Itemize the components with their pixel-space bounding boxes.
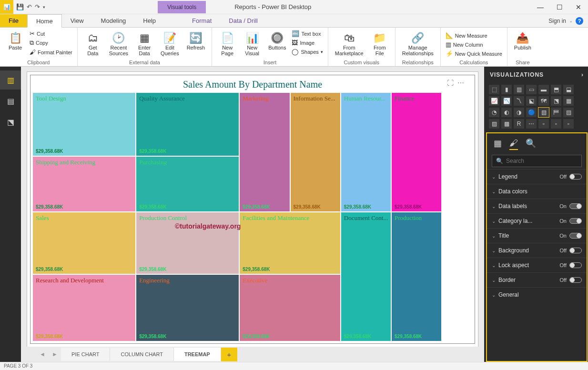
save-icon[interactable]: 💾 bbox=[16, 3, 24, 10]
chevron-right-icon[interactable]: › bbox=[581, 71, 584, 78]
tab-home[interactable]: Home bbox=[27, 14, 62, 28]
treemap-cell[interactable]: Sales$29,358.68K bbox=[32, 212, 136, 274]
viz-type-26[interactable]: ▫ bbox=[551, 119, 561, 129]
format-row-general[interactable]: ⌄General bbox=[487, 287, 587, 302]
viz-type-23[interactable]: R bbox=[514, 119, 524, 129]
format-row-legend[interactable]: ⌄LegendOff bbox=[487, 169, 587, 184]
viz-type-9[interactable]: 〽 bbox=[514, 96, 524, 106]
format-row-title[interactable]: ⌄TitleOn bbox=[487, 228, 587, 243]
viz-type-5[interactable]: ⬒ bbox=[551, 85, 561, 94]
textbox-button[interactable]: 🔤Text box bbox=[291, 30, 324, 38]
search-input[interactable] bbox=[506, 158, 578, 164]
format-row-border[interactable]: ⌄BorderOff bbox=[487, 272, 587, 287]
shapes-button[interactable]: ◯Shapes ▾ bbox=[291, 48, 324, 56]
viz-type-25[interactable]: ▫ bbox=[538, 119, 549, 129]
maximize-icon[interactable]: ☐ bbox=[550, 3, 569, 11]
buttons-button[interactable]: 🔘Buttons bbox=[265, 30, 289, 52]
format-painter-button[interactable]: 🖌Format Painter bbox=[29, 48, 73, 56]
toggle[interactable] bbox=[569, 277, 582, 283]
toggle[interactable] bbox=[569, 174, 582, 180]
analytics-tab-icon[interactable]: 🔍 bbox=[526, 138, 536, 150]
viz-type-6[interactable]: ⬓ bbox=[563, 85, 574, 94]
visual-frame[interactable]: ⛶ ⋯ Sales Amount By Department Name Tool… bbox=[30, 75, 475, 344]
viz-type-16[interactable]: ◑ bbox=[514, 108, 524, 117]
page-tab-pie[interactable]: PIE CHART bbox=[61, 348, 110, 361]
viz-type-3[interactable]: ▭ bbox=[526, 85, 537, 94]
format-search[interactable]: 🔍 bbox=[492, 155, 582, 167]
viz-type-17[interactable]: 🔵 bbox=[526, 108, 537, 117]
treemap-cell[interactable]: Shipping and Receiving$29,358.68K bbox=[32, 156, 136, 212]
tab-help[interactable]: Help bbox=[134, 14, 164, 27]
viz-type-4[interactable]: ▬ bbox=[538, 85, 549, 94]
copy-button[interactable]: ⧉Copy bbox=[29, 39, 73, 47]
treemap-cell[interactable]: Research and Development$29,358.68K bbox=[32, 274, 136, 341]
undo-icon[interactable]: ↶ bbox=[27, 3, 32, 10]
viz-type-19[interactable]: ⛿ bbox=[551, 108, 561, 117]
get-data-button[interactable]: 🗂Get Data bbox=[81, 30, 104, 58]
treemap-cell[interactable]: Facilities and Maintenance$29,358.68K bbox=[239, 212, 341, 274]
from-file-button[interactable]: 📁From File bbox=[368, 30, 391, 58]
viz-type-12[interactable]: ⬔ bbox=[551, 96, 561, 106]
page-tab-treemap[interactable]: TREEMAP bbox=[174, 348, 221, 361]
help-icon[interactable]: ? bbox=[576, 17, 583, 25]
treemap-cell[interactable]: Marketing$29,358.68K bbox=[239, 92, 290, 212]
new-page-button[interactable]: 📄New Page bbox=[216, 30, 239, 58]
format-tab-icon[interactable]: 🖌 bbox=[509, 138, 518, 150]
toggle[interactable] bbox=[569, 218, 582, 224]
viz-type-13[interactable]: ▦ bbox=[563, 96, 574, 106]
image-button[interactable]: 🖼Image bbox=[291, 39, 324, 47]
tab-file[interactable]: File bbox=[0, 14, 27, 27]
viz-type-24[interactable]: ⋯ bbox=[526, 119, 537, 129]
new-quick-measure-button[interactable]: ⚡New Quick Measure bbox=[445, 50, 503, 58]
viz-type-15[interactable]: ◐ bbox=[501, 108, 512, 117]
treemap-cell[interactable]: Document Cont...$29,358.68K bbox=[341, 212, 391, 341]
viz-type-14[interactable]: ◔ bbox=[489, 108, 499, 117]
minimize-icon[interactable]: ― bbox=[531, 3, 550, 11]
format-row-background[interactable]: ⌄BackgroundOff bbox=[487, 243, 587, 258]
tab-format[interactable]: Format bbox=[183, 14, 220, 27]
toggle[interactable] bbox=[569, 262, 582, 268]
viz-type-0[interactable]: ⬚ bbox=[489, 85, 499, 94]
close-icon[interactable]: ✕ bbox=[569, 3, 588, 11]
format-row-datacolors[interactable]: ⌄Data colors bbox=[487, 184, 587, 199]
viz-type-8[interactable]: 📉 bbox=[501, 96, 512, 106]
format-row-datalabels[interactable]: ⌄Data labelsOn bbox=[487, 199, 587, 213]
treemap-cell[interactable]: Production$29,358.68K bbox=[391, 212, 442, 341]
from-marketplace-button[interactable]: 🛍From Marketplace bbox=[332, 30, 366, 58]
report-view-button[interactable]: ▥ bbox=[0, 70, 21, 90]
toggle[interactable] bbox=[569, 203, 582, 209]
visualizations-header[interactable]: VISUALIZATIONS › bbox=[484, 67, 588, 83]
publish-button[interactable]: 📤Publish bbox=[511, 30, 534, 52]
signin-chevron-icon[interactable]: ⌄ bbox=[569, 18, 573, 23]
viz-type-27[interactable]: ▫ bbox=[563, 119, 574, 129]
viz-type-10[interactable]: ⬕ bbox=[526, 96, 537, 106]
toggle[interactable] bbox=[569, 233, 582, 239]
more-options-icon[interactable]: ⋯ bbox=[457, 79, 464, 87]
treemap-cell[interactable]: Engineering$29,358.68K bbox=[136, 274, 239, 341]
cut-button[interactable]: ✂Cut bbox=[29, 30, 73, 38]
treemap-cell[interactable]: Information Se...$29,358.68K bbox=[290, 92, 341, 212]
model-view-button[interactable]: ⬔ bbox=[0, 112, 21, 131]
page-tab-column[interactable]: COLUMN CHART bbox=[110, 348, 173, 361]
tab-datadrill[interactable]: Data / Drill bbox=[220, 14, 266, 27]
recent-sources-button[interactable]: 🕑Recent Sources bbox=[106, 30, 131, 58]
viz-type-1[interactable]: ▮ bbox=[501, 85, 512, 94]
tab-modeling[interactable]: Modeling bbox=[92, 14, 135, 27]
new-column-button[interactable]: ▥New Column bbox=[445, 40, 503, 49]
new-measure-button[interactable]: 📐New Measure bbox=[445, 31, 503, 40]
paste-button[interactable]: 📋Paste bbox=[4, 30, 27, 52]
tab-view[interactable]: View bbox=[62, 14, 92, 27]
viz-type-2[interactable]: ▥ bbox=[514, 85, 524, 94]
fields-tab-icon[interactable]: ▦ bbox=[494, 138, 502, 150]
new-visual-button[interactable]: 📊New Visual bbox=[241, 30, 264, 58]
viz-type-18[interactable]: ▧ bbox=[538, 108, 549, 117]
viz-type-22[interactable]: ▩ bbox=[501, 119, 512, 129]
treemap-cell[interactable]: Human Resour...$29,358.68K bbox=[341, 92, 391, 212]
treemap-cell[interactable]: Quality Assurance$29,358.68K bbox=[136, 92, 239, 156]
edit-queries-button[interactable]: 📝Edit Queries bbox=[158, 30, 182, 58]
viz-type-11[interactable]: 🗺 bbox=[538, 96, 549, 106]
treemap-cell[interactable]: Production Control$29,358.68K bbox=[136, 212, 239, 274]
signin-link[interactable]: Sign in bbox=[548, 18, 566, 24]
viz-type-7[interactable]: 📈 bbox=[489, 96, 499, 106]
data-view-button[interactable]: ▤ bbox=[0, 91, 21, 110]
